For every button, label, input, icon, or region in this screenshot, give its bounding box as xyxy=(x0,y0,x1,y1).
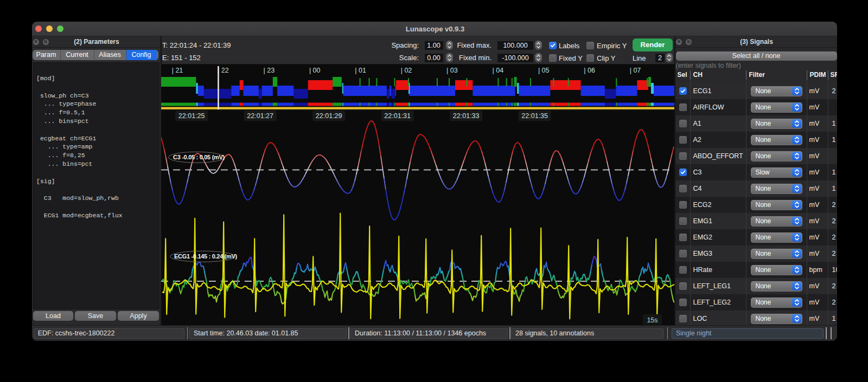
svg-text:| 07: | 07 xyxy=(630,67,641,74)
svg-text:ECG1 -0.145 : 0.24 (mV): ECG1 -0.145 : 0.24 (mV) xyxy=(174,253,238,260)
svg-text:22:01:27: 22:01:27 xyxy=(247,112,273,120)
svg-text:| 04: | 04 xyxy=(493,67,504,74)
svg-text:| 01: | 01 xyxy=(355,67,366,74)
svg-text:| 02: | 02 xyxy=(401,67,412,74)
svg-text:| 00: | 00 xyxy=(309,67,321,74)
svg-text:22:01:29: 22:01:29 xyxy=(316,112,342,120)
svg-text:| 23: | 23 xyxy=(264,67,275,74)
svg-text:| 03: | 03 xyxy=(446,67,458,74)
svg-text:| 06: | 06 xyxy=(584,67,595,74)
svg-text:| 22: | 22 xyxy=(218,67,229,74)
svg-text:22:01:33: 22:01:33 xyxy=(453,112,480,120)
svg-text:22:01:35: 22:01:35 xyxy=(521,112,548,120)
svg-text:| 05: | 05 xyxy=(538,67,550,74)
svg-text:15s: 15s xyxy=(647,316,658,324)
svg-text:22:01:31: 22:01:31 xyxy=(384,112,411,120)
svg-text:| 21: | 21 xyxy=(172,67,183,74)
svg-text:C3 -0.05 : 0.05 (mV): C3 -0.05 : 0.05 (mV) xyxy=(173,154,225,160)
svg-text:22:01:25: 22:01:25 xyxy=(178,112,205,120)
